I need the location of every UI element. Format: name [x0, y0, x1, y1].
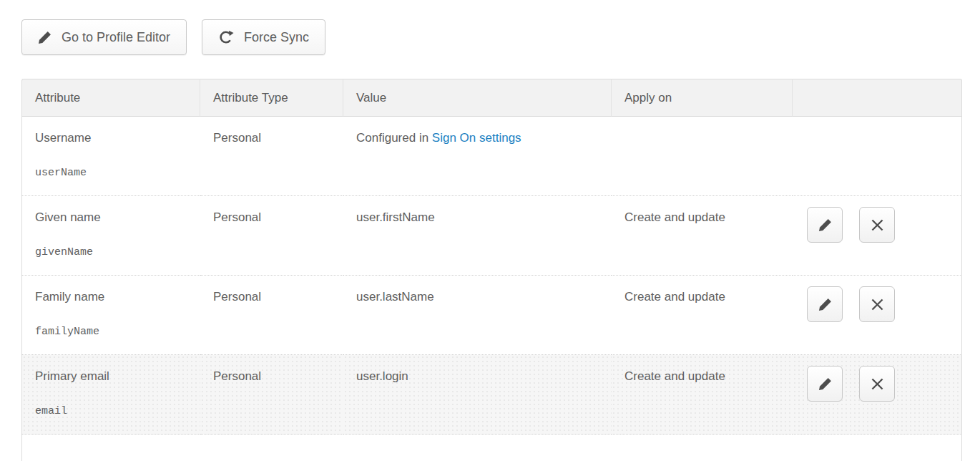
- col-header-actions: [793, 79, 962, 117]
- table-row-partial: [21, 435, 962, 461]
- attribute-type: Personal: [213, 210, 330, 225]
- attribute-variable-name: userName: [35, 167, 187, 179]
- sign-on-settings-link[interactable]: Sign On settings: [432, 131, 521, 145]
- go-to-profile-editor-button[interactable]: Go to Profile Editor: [21, 19, 187, 55]
- attribute-type: Personal: [213, 289, 330, 305]
- attribute-label: Family name: [35, 289, 187, 305]
- col-header-attribute-type: Attribute Type: [200, 79, 343, 117]
- row-actions: [807, 286, 949, 322]
- refresh-icon: [218, 29, 234, 45]
- apply-on-value: Create and update: [624, 289, 780, 305]
- attribute-variable-name: givenName: [35, 246, 187, 258]
- x-icon: [871, 298, 884, 311]
- apply-on-value: Create and update: [624, 210, 780, 225]
- force-sync-button[interactable]: Force Sync: [202, 19, 325, 55]
- row-actions: [807, 366, 949, 402]
- pencil-icon: [818, 218, 832, 232]
- row-actions: [807, 207, 949, 243]
- value-prefix-text: Configured in: [356, 131, 432, 145]
- attribute-label: Given name: [35, 210, 187, 225]
- x-icon: [871, 218, 884, 232]
- edit-attribute-button[interactable]: [807, 286, 843, 322]
- attribute-type: Personal: [213, 369, 330, 384]
- attribute-variable-name: email: [35, 405, 187, 417]
- attribute-value: user.firstName: [356, 210, 599, 225]
- pencil-icon: [818, 298, 832, 311]
- remove-attribute-button[interactable]: [859, 366, 895, 402]
- col-header-apply-on: Apply on: [612, 79, 793, 117]
- attribute-mappings-page: Go to Profile Editor Force Sync Attribut…: [0, 0, 980, 461]
- table-row-primary-email: Primary email email Personal user.login …: [21, 355, 962, 435]
- attribute-variable-name: familyName: [35, 326, 187, 338]
- remove-attribute-button[interactable]: [859, 207, 895, 243]
- go-to-profile-editor-label: Go to Profile Editor: [62, 30, 170, 45]
- x-icon: [871, 377, 884, 391]
- edit-attribute-button[interactable]: [807, 207, 843, 243]
- pencil-icon: [38, 31, 52, 44]
- attribute-type: Personal: [213, 130, 330, 146]
- attribute-value: user.lastName: [356, 289, 599, 305]
- edit-attribute-button[interactable]: [807, 366, 843, 402]
- pencil-icon: [818, 377, 832, 391]
- toolbar: Go to Profile Editor Force Sync: [21, 19, 325, 55]
- remove-attribute-button[interactable]: [859, 286, 895, 322]
- table-row-given-name: Given name givenName Personal user.first…: [21, 196, 962, 276]
- attribute-value: Configured in Sign On settings: [356, 130, 599, 146]
- table-row-family-name: Family name familyName Personal user.las…: [21, 276, 962, 355]
- col-header-attribute: Attribute: [21, 79, 200, 117]
- force-sync-label: Force Sync: [244, 30, 309, 45]
- table-header: Attribute Attribute Type Value Apply on: [21, 79, 962, 117]
- attribute-label: Username: [35, 130, 187, 146]
- table-row-username: Username userName Personal Configured in…: [21, 117, 962, 196]
- apply-on-value: Create and update: [624, 369, 780, 384]
- attribute-label: Primary email: [35, 369, 187, 384]
- col-header-value: Value: [343, 79, 612, 117]
- attribute-value: user.login: [356, 369, 599, 384]
- attribute-mappings-table: Attribute Attribute Type Value Apply on …: [21, 79, 962, 461]
